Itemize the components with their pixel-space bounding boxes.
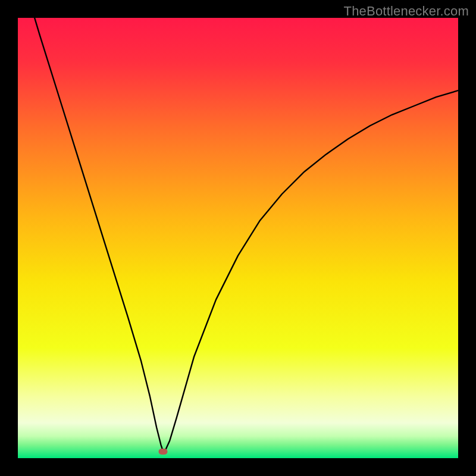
chart-frame: TheBottleneсker.com	[0, 0, 476, 476]
watermark-text: TheBottleneсker.com	[344, 4, 469, 19]
chart-svg	[18, 18, 458, 458]
gradient-background	[18, 18, 458, 458]
optimal-point-marker	[159, 449, 168, 455]
plot-area	[18, 18, 458, 458]
